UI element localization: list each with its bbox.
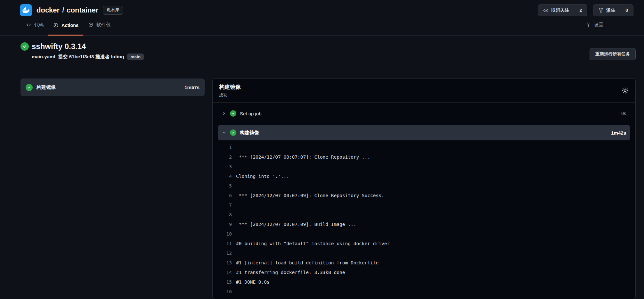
job-options-button[interactable] — [621, 87, 629, 95]
log-line-number[interactable]: 3 — [218, 162, 232, 171]
log-line: 11#0 building with "default" instance us… — [218, 239, 630, 248]
job-panel-title: 构建镜像 — [219, 83, 241, 91]
log-line-number[interactable]: 1 — [218, 143, 232, 152]
eye-icon — [543, 8, 549, 13]
log-line-text: #1 DONE 0.0s — [236, 277, 270, 287]
log-line-text: Cloning into '.'... — [236, 171, 289, 181]
job-success-icon — [26, 84, 33, 91]
code-icon — [26, 22, 31, 28]
step-success-icon — [230, 110, 236, 117]
log-line-text: #1 transferring dockerfile: 3.33kB done — [236, 268, 345, 277]
log-line-number[interactable]: 9 — [218, 220, 232, 229]
repo-owner-link[interactable]: docker — [37, 6, 60, 14]
step-build-image[interactable]: 构建镜像 1m42s — [218, 125, 630, 140]
log-line: 5 — [218, 181, 630, 191]
watchers-count[interactable]: 2 — [574, 5, 587, 16]
fork-icon — [598, 8, 604, 13]
log-line: 1 — [218, 143, 630, 152]
log-line-number[interactable]: 2 — [218, 152, 232, 162]
log-line: 9 *** [2024/12/07 00:07:09]: Build Image… — [218, 220, 630, 229]
run-success-icon — [20, 42, 29, 51]
tab-packages-label: 软件包 — [96, 22, 110, 28]
step-name: Set up job — [240, 111, 262, 116]
fork-label: 派生 — [606, 7, 615, 13]
log-line: 13#1 [internal] load build definition fr… — [218, 258, 630, 268]
package-icon — [88, 22, 94, 28]
run-commit-info: main.yaml: 提交 61be1f3ef8 推送者 luting main — [32, 54, 144, 60]
unwatch-label: 取消关注 — [551, 7, 569, 13]
log-line-number[interactable]: 7 — [218, 200, 232, 210]
log-line-text: *** [2024/12/07 00:07:07]: Clone Reposit… — [236, 152, 370, 162]
play-circle-icon — [53, 22, 59, 28]
job-item-build-image[interactable]: 构建镜像 1m57s — [20, 79, 205, 96]
step-name: 构建镜像 — [240, 130, 259, 136]
log-line-text: #1 [internal] load build definition from… — [236, 258, 379, 268]
log-line: 10 — [218, 229, 630, 239]
tab-code-label: 代码 — [34, 22, 44, 28]
run-header: sshwifty 0.3.14 main.yaml: 提交 61be1f3ef8… — [0, 36, 644, 60]
forks-count[interactable]: 0 — [620, 5, 633, 16]
tab-code[interactable]: 代码 — [21, 19, 48, 36]
unwatch-label-area[interactable]: 取消关注 — [538, 5, 574, 16]
log-line-number[interactable]: 10 — [218, 229, 232, 239]
tab-packages[interactable]: 软件包 — [83, 19, 115, 36]
log-line: 12 — [218, 248, 630, 258]
private-repo-badge: 私有库 — [103, 6, 123, 15]
log-line-number[interactable]: 15 — [218, 277, 232, 287]
run-header-left: sshwifty 0.3.14 main.yaml: 提交 61be1f3ef8… — [20, 42, 144, 60]
log-line-text: *** [2024/12/07 00:07:09]: Build Image .… — [236, 220, 356, 229]
log-line-text: #0 building with "default" instance usin… — [236, 239, 390, 248]
run-title: sshwifty 0.3.14 — [32, 42, 86, 51]
tab-actions[interactable]: Actions — [48, 20, 83, 36]
repo-title-separator: / — [62, 6, 64, 14]
log-line: 8 — [218, 210, 630, 220]
job-log-panel: 构建镜像 成功 Set — [212, 79, 636, 299]
log-line-number[interactable]: 8 — [218, 210, 232, 220]
log-line: 6 *** [2024/12/07 00:07:09]: Clone Repos… — [218, 191, 630, 200]
step-setup-job[interactable]: Set up job 0s — [218, 106, 630, 121]
repo-header: docker / container 私有库 取消关注 2 — [0, 0, 644, 16]
actions-run-page: docker / container 私有库 取消关注 2 — [0, 0, 644, 299]
fork-button[interactable]: 派生 0 — [593, 4, 633, 16]
log-line: 4Cloning into '.'... — [218, 171, 630, 181]
unwatch-button[interactable]: 取消关注 2 — [538, 4, 587, 16]
repo-header-actions: 取消关注 2 派生 0 — [538, 4, 633, 16]
step-duration: 0s — [621, 111, 626, 116]
log-line: 7 — [218, 200, 630, 210]
branch-badge[interactable]: main — [127, 54, 144, 60]
fork-label-area[interactable]: 派生 — [593, 5, 620, 16]
log-line-number[interactable]: 16 — [218, 287, 232, 296]
log-line: 16 — [218, 287, 630, 296]
job-name: 构建镜像 — [37, 84, 181, 90]
tab-settings-label: 设置 — [594, 22, 603, 28]
log-line-number[interactable]: 5 — [218, 181, 232, 191]
commit-info-text[interactable]: main.yaml: 提交 61be1f3ef8 推送者 luting — [32, 54, 124, 60]
job-panel-titles: 构建镜像 成功 — [219, 83, 241, 98]
run-main: 构建镜像 1m57s 构建镜像 成功 — [0, 60, 644, 299]
job-panel-header: 构建镜像 成功 — [213, 79, 635, 103]
tab-actions-label: Actions — [61, 23, 78, 28]
docker-whale-icon — [22, 6, 30, 14]
log-line-number[interactable]: 14 — [218, 268, 232, 277]
repo-tab-bar: 代码 Actions 软件包 设置 — [0, 19, 644, 36]
log-line-number[interactable]: 11 — [218, 239, 232, 248]
log-line: 14#1 transferring dockerfile: 3.33kB don… — [218, 268, 630, 277]
chevron-down-icon — [222, 130, 226, 135]
steps-list: Set up job 0s 构建镜像 1m42s 12 *** [2024/12… — [213, 103, 635, 299]
job-duration: 1m57s — [184, 85, 200, 90]
log-line: 15#1 DONE 0.0s — [218, 277, 630, 287]
docker-avatar[interactable] — [20, 4, 32, 16]
log-line: 2 *** [2024/12/07 00:07:07]: Clone Repos… — [218, 152, 630, 162]
log-line-number[interactable]: 4 — [218, 171, 232, 181]
log-line-number[interactable]: 13 — [218, 258, 232, 268]
log-line-number[interactable]: 12 — [218, 248, 232, 258]
log-line-number[interactable]: 6 — [218, 191, 232, 200]
job-status-text: 成功 — [219, 92, 241, 98]
rerun-all-jobs-button[interactable]: 重新运行所有任务 — [590, 48, 636, 60]
chevron-right-icon — [222, 111, 226, 116]
repo-name-link[interactable]: container — [67, 6, 98, 14]
repo-title: docker / container — [37, 6, 98, 14]
gear-icon — [621, 87, 629, 95]
log-line: 3 — [218, 162, 630, 171]
tab-settings[interactable]: 设置 — [581, 19, 608, 36]
